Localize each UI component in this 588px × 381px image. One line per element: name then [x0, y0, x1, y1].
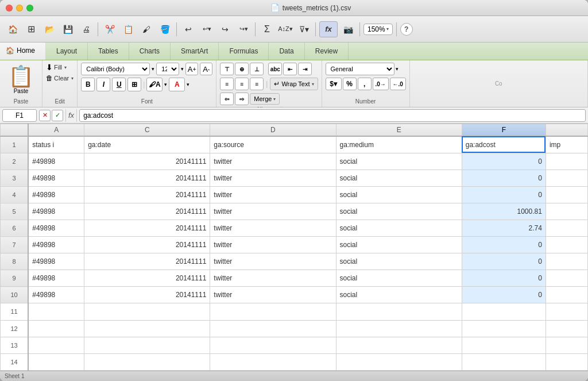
cell-f14[interactable]: [462, 353, 546, 370]
cell-e2[interactable]: social: [336, 153, 462, 170]
indent-decrease-btn[interactable]: ⇤: [283, 63, 297, 75]
cell-a9[interactable]: #49898: [28, 270, 84, 287]
close-button[interactable]: [6, 5, 13, 11]
cell-f13[interactable]: [462, 337, 546, 353]
currency-btn[interactable]: $▾: [326, 78, 342, 90]
italic-btn[interactable]: I: [96, 78, 110, 91]
help-icon[interactable]: ?: [400, 23, 413, 36]
cell-f6[interactable]: 2.74: [462, 220, 546, 236]
decrease-font-btn[interactable]: A-: [200, 63, 212, 75]
undo-arrow-icon[interactable]: ↩▾: [199, 21, 215, 37]
col-header-g[interactable]: [546, 124, 587, 137]
cut-icon[interactable]: ✂️: [102, 21, 118, 37]
increase-font-btn[interactable]: A+: [185, 63, 198, 75]
home-icon[interactable]: 🏠: [5, 21, 21, 37]
maximize-button[interactable]: [26, 5, 33, 11]
align-center-btn[interactable]: ≡: [235, 78, 249, 90]
cell-e6[interactable]: social: [336, 220, 462, 236]
percent-btn[interactable]: %: [343, 78, 357, 90]
cell-e7[interactable]: social: [336, 237, 462, 253]
cell-e13[interactable]: [336, 337, 462, 353]
cell-c12[interactable]: [84, 320, 210, 337]
cell-d13[interactable]: [210, 337, 336, 353]
cell-d12[interactable]: [210, 320, 336, 337]
cell-e4[interactable]: social: [336, 186, 462, 203]
save-icon[interactable]: 💾: [60, 21, 76, 37]
rtl-btn[interactable]: ⇦: [220, 93, 234, 105]
cell-c7[interactable]: 20141111: [84, 237, 210, 253]
zoom-control[interactable]: 150% ▾: [363, 24, 393, 35]
col-header-c[interactable]: C: [84, 124, 210, 137]
decrease-decimal-btn[interactable]: .0→: [373, 78, 389, 90]
grid-icon[interactable]: ⊞: [23, 21, 39, 37]
cell-d5[interactable]: twitter: [210, 203, 336, 220]
cell-d8[interactable]: twitter: [210, 253, 336, 270]
paste-button[interactable]: 📋 Paste: [3, 64, 38, 97]
cell-c11[interactable]: [84, 303, 210, 320]
cell-e9[interactable]: social: [336, 270, 462, 287]
cell-d9[interactable]: twitter: [210, 270, 336, 287]
cell-c2[interactable]: 20141111: [84, 153, 210, 170]
wrap-text-button[interactable]: ↵ Wrap Text ▾: [270, 78, 318, 90]
cell-g12[interactable]: [546, 320, 587, 337]
cell-f2[interactable]: 0: [462, 153, 546, 170]
cell-c3[interactable]: 20141111: [84, 170, 210, 186]
cell-d7[interactable]: twitter: [210, 237, 336, 253]
print-icon[interactable]: 🖨: [78, 21, 94, 37]
undo-icon[interactable]: ↩: [180, 21, 196, 37]
col-header-e[interactable]: E: [336, 124, 462, 137]
accept-formula-btn[interactable]: ✓: [52, 110, 63, 121]
cell-f10[interactable]: 0: [462, 287, 546, 303]
cell-g11[interactable]: [546, 303, 587, 320]
cell-f3[interactable]: 0: [462, 170, 546, 186]
cell-c13[interactable]: [84, 337, 210, 353]
font-size-select[interactable]: 12: [156, 63, 179, 75]
underline-btn[interactable]: U: [112, 78, 126, 91]
cell-c8[interactable]: 20141111: [84, 253, 210, 270]
tab-layout[interactable]: Layout: [46, 43, 88, 60]
fill-dropdown-arrow[interactable]: ▾: [64, 65, 67, 70]
cell-e10[interactable]: social: [336, 287, 462, 303]
cell-d3[interactable]: twitter: [210, 170, 336, 186]
font-family-dropdown[interactable]: ▾: [152, 66, 154, 72]
cell-a11[interactable]: [28, 303, 84, 320]
border-btn[interactable]: ⊞: [127, 78, 141, 91]
cell-reference-box[interactable]: F1: [2, 109, 37, 122]
cell-e3[interactable]: social: [336, 170, 462, 186]
cell-e5[interactable]: social: [336, 203, 462, 220]
cell-a4[interactable]: #49898: [28, 186, 84, 203]
formula-icon[interactable]: fx: [319, 21, 338, 37]
cell-a14[interactable]: [28, 353, 84, 370]
cancel-formula-btn[interactable]: ✕: [39, 110, 51, 121]
cell-e11[interactable]: [336, 303, 462, 320]
cell-a12[interactable]: [28, 320, 84, 337]
cell-f4[interactable]: 0: [462, 186, 546, 203]
tab-review[interactable]: Review: [305, 43, 349, 60]
align-middle-btn[interactable]: ⊕: [235, 63, 249, 75]
cell-a5[interactable]: #49898: [28, 203, 84, 220]
number-format-select[interactable]: General: [326, 63, 394, 75]
cell-g10[interactable]: [546, 287, 587, 303]
font-color-btn[interactable]: A: [169, 78, 185, 91]
minimize-button[interactable]: [16, 5, 23, 11]
tab-charts[interactable]: Charts: [129, 43, 171, 60]
align-top-btn[interactable]: ⊤: [220, 63, 234, 75]
cell-c6[interactable]: 20141111: [84, 220, 210, 236]
tab-formulas[interactable]: Formulas: [219, 43, 269, 60]
cell-c9[interactable]: 20141111: [84, 270, 210, 287]
number-format-dropdown[interactable]: ▾: [396, 66, 399, 72]
formula-input[interactable]: [79, 109, 586, 122]
cell-f5[interactable]: 1000.81: [462, 203, 546, 220]
sort-icon[interactable]: A↕Z▾: [277, 21, 293, 37]
open-icon[interactable]: 📂: [41, 21, 57, 37]
clear-dropdown-arrow[interactable]: ▾: [71, 76, 74, 81]
cell-e14[interactable]: [336, 353, 462, 370]
tab-data[interactable]: Data: [269, 43, 304, 60]
font-family-select[interactable]: Calibri (Body): [81, 63, 150, 75]
cell-f7[interactable]: 0: [462, 237, 546, 253]
redo-arrow-icon[interactable]: ↪▾: [235, 21, 252, 37]
cell-g8[interactable]: [546, 253, 587, 270]
cell-g2[interactable]: [546, 153, 587, 170]
cell-e8[interactable]: social: [336, 253, 462, 270]
highlight-dropdown[interactable]: ▾: [164, 82, 167, 87]
